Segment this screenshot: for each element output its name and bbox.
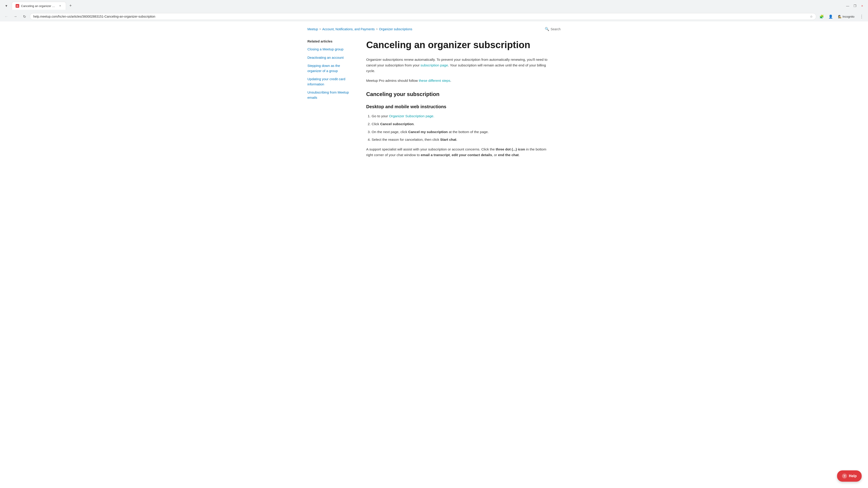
forward-button[interactable]: → [12, 13, 19, 20]
intro-paragraph: Organizer subscriptions renew automatica… [366, 57, 552, 74]
breadcrumb-current: Organizer subscriptions [379, 27, 412, 31]
minimize-button[interactable]: — [844, 3, 851, 9]
search-area[interactable]: 🔍 Search [545, 27, 561, 31]
breadcrumb-row: Meetup > Account, Notifications, and Pay… [307, 22, 561, 35]
sidebar-heading: Related articles [307, 39, 352, 43]
section1-heading: Canceling your subscription [366, 90, 552, 98]
step-3-bold: Cancel my subscription [408, 130, 448, 134]
profile-button[interactable]: 👤 [827, 13, 834, 20]
step-3: On the next page, click Cancel my subscr… [372, 129, 552, 135]
email-transcript-bold: email a transcript [421, 153, 450, 157]
address-text: help.meetup.com/hc/en-us/articles/360002… [33, 15, 808, 18]
article-content: Canceling an organizer subscription Orga… [366, 39, 552, 162]
title-bar: ▾ m Canceling an organizer subscri... × … [0, 0, 868, 11]
breadcrumb-sep-2: > [376, 28, 378, 31]
end-chat-bold: end the chat [498, 153, 519, 157]
three-dot-bold: three dot (...) icon [496, 147, 525, 151]
sidebar-link-credit-card[interactable]: Updating your credit card information [307, 76, 352, 87]
step-2-bold: Cancel subscription [380, 122, 414, 126]
active-tab[interactable]: m Canceling an organizer subscri... × [12, 2, 66, 10]
search-icon: 🔍 [545, 27, 549, 31]
maximize-button[interactable]: ❐ [852, 3, 858, 9]
reload-button[interactable]: ↻ [21, 13, 28, 20]
tab-favicon: m [16, 4, 19, 8]
step-1: Go to your Organizer Subscription page. [372, 113, 552, 119]
step-2: Click Cancel subscription. [372, 121, 552, 127]
search-label: Search [551, 27, 561, 31]
subscription-page-link[interactable]: subscription page [421, 63, 448, 67]
step-4-bold: Start chat [440, 138, 456, 141]
main-layout: Related articles Closing a Meetup group … [307, 35, 561, 162]
organizer-subscription-page-link[interactable]: Organizer Subscription page. [389, 114, 434, 118]
edit-contact-bold: edit your contact details [452, 153, 492, 157]
extensions-button[interactable]: 🧩 [818, 13, 825, 20]
incognito-icon: 🕵 [838, 15, 842, 18]
incognito-label: Incognito [842, 15, 855, 18]
address-bar-row: ← → ↻ help.meetup.com/hc/en-us/articles/… [0, 11, 868, 22]
step-4: Select the reason for cancelation, then … [372, 137, 552, 142]
article-title: Canceling an organizer subscription [366, 39, 552, 51]
sidebar-link-deactivating[interactable]: Deactivating an account [307, 55, 352, 60]
pro-paragraph: Meetup Pro admins should follow these di… [366, 78, 552, 84]
browser-menu-button[interactable]: ⋮ [858, 13, 865, 20]
breadcrumb-sep-1: > [319, 28, 321, 31]
close-button[interactable]: × [859, 3, 865, 9]
sidebar: Related articles Closing a Meetup group … [307, 39, 352, 162]
sidebar-link-closing[interactable]: Closing a Meetup group [307, 47, 352, 52]
tab-bar: m Canceling an organizer subscri... × + [12, 2, 843, 10]
breadcrumb: Meetup > Account, Notifications, and Pay… [307, 27, 412, 31]
article-body: Organizer subscriptions renew automatica… [366, 57, 552, 158]
address-icons: ☆ [810, 15, 813, 18]
incognito-badge: 🕵 Incognito [836, 14, 856, 19]
breadcrumb-account[interactable]: Account, Notifications, and Payments [322, 27, 375, 31]
support-paragraph: A support specialist will assist with yo… [366, 147, 552, 158]
browser-controls: ▾ [3, 2, 10, 9]
browser-chrome: ▾ m Canceling an organizer subscri... × … [0, 0, 868, 22]
address-bar[interactable]: help.meetup.com/hc/en-us/articles/360002… [30, 13, 816, 20]
page-content: Meetup > Account, Notifications, and Pay… [298, 22, 569, 162]
different-steps-link[interactable]: these different steps [419, 78, 450, 83]
sidebar-link-stepping-down[interactable]: Stepping down as the organizer of a grou… [307, 63, 352, 73]
steps-list: Go to your Organizer Subscription page. … [366, 113, 552, 142]
breadcrumb-meetup[interactable]: Meetup [307, 27, 318, 31]
new-tab-button[interactable]: + [67, 2, 74, 9]
tab-close-button[interactable]: × [58, 4, 62, 8]
bookmark-icon[interactable]: ☆ [810, 15, 813, 18]
section2-heading: Desktop and mobile web instructions [366, 103, 552, 110]
tab-title: Canceling an organizer subscri... [21, 4, 56, 8]
tab-dropdown-button[interactable]: ▾ [3, 2, 10, 9]
back-button[interactable]: ← [3, 13, 10, 20]
sidebar-link-unsubscribing[interactable]: Unsubscribing from Meetup emails [307, 90, 352, 100]
window-controls: — ❐ × [844, 3, 865, 9]
